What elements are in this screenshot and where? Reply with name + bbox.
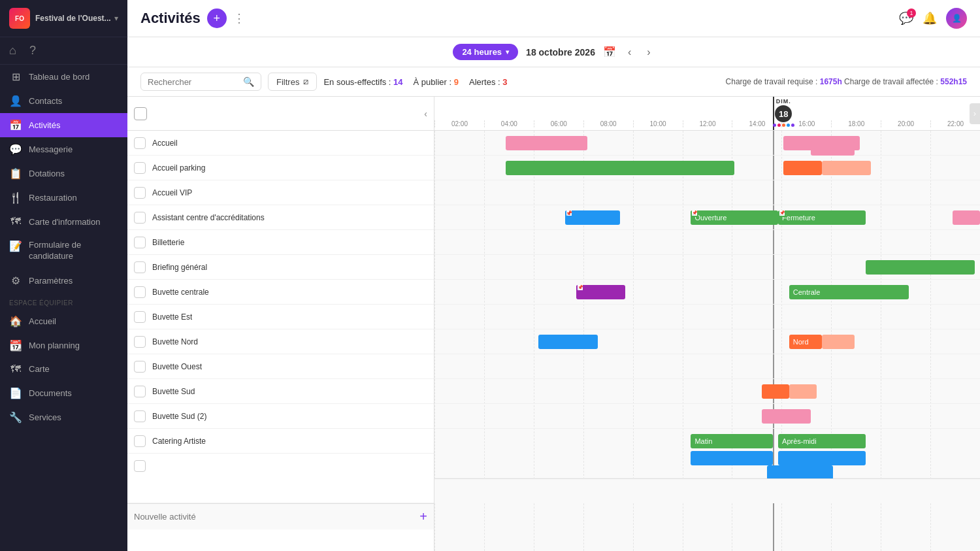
activity-checkbox[interactable] — [134, 187, 146, 199]
bar[interactable] — [506, 161, 735, 175]
gantt-row-billetterie — [434, 230, 980, 255]
services-icon: 🔧 — [9, 411, 22, 424]
sidebar-item-label: Carte — [29, 364, 50, 374]
activity-checkbox[interactable] — [134, 311, 146, 323]
date-display: 18 octobre 2026 — [526, 47, 595, 58]
bar[interactable] — [778, 451, 866, 465]
sidebar-item-dotations[interactable]: 📋 Dotations — [0, 161, 127, 186]
bar[interactable] — [789, 384, 817, 399]
sous-effectifs-value: 14 — [393, 77, 402, 87]
sidebar-item-planning[interactable]: 📆 Mon planning — [0, 333, 127, 358]
bar[interactable] — [762, 409, 811, 424]
search-input[interactable] — [148, 77, 239, 87]
planning-icon: 📆 — [9, 339, 22, 352]
sidebar-item-formulaire[interactable]: 📝 Formulaire de candidature — [0, 233, 127, 269]
sidebar-item-label: Accueil — [29, 316, 56, 326]
bar[interactable] — [822, 161, 871, 175]
sidebar-item-carte-info[interactable]: 🗺 Carte d'information — [0, 210, 127, 233]
next-date-button[interactable]: › — [643, 45, 654, 59]
gantt-row-catering: Matin Après-midi — [434, 429, 980, 478]
sidebar-item-documents[interactable]: 📄 Documents — [0, 381, 127, 405]
activity-checkbox[interactable] — [134, 336, 146, 348]
activity-checkbox[interactable] — [134, 286, 146, 298]
collapse-arrow-button[interactable]: ‹ — [424, 109, 427, 119]
sidebar-item-contacts[interactable]: 👤 Contacts — [0, 89, 127, 113]
activity-checkbox[interactable] — [134, 261, 146, 273]
bar[interactable] — [762, 384, 789, 399]
home-icon[interactable]: ⌂ — [9, 44, 16, 58]
filter-button[interactable]: Filtres ⧄ — [268, 73, 317, 91]
restauration-icon: 🍴 — [9, 192, 22, 204]
bar[interactable]: 📌 — [576, 285, 625, 299]
prev-date-button[interactable]: ‹ — [624, 45, 635, 59]
activites-icon: 📅 — [9, 119, 22, 131]
activity-checkbox[interactable] — [134, 212, 146, 224]
bell-icon[interactable]: 🔔 — [923, 11, 937, 25]
bar-centrale[interactable]: Centrale — [789, 285, 909, 299]
add-activity-button[interactable]: + — [207, 8, 227, 28]
bar[interactable] — [866, 260, 975, 275]
filter-icon: ⧄ — [303, 76, 308, 87]
bar[interactable] — [767, 465, 832, 480]
activity-checkbox[interactable] — [134, 386, 146, 397]
bar-pin: 📌 — [576, 285, 584, 292]
gantt-row-assistant: 📌 📌 Ouverture 📌 Fermeture — [434, 205, 980, 230]
sidebar-item-parametres[interactable]: ⚙ Paramètres — [0, 269, 127, 293]
sidebar-item-accueil-equipe[interactable]: 🏠 Accueil — [0, 309, 127, 333]
bar[interactable] — [953, 210, 980, 225]
calendar-icon[interactable]: 📅 — [603, 46, 616, 58]
bar-nord[interactable]: Nord — [789, 335, 822, 349]
select-all-checkbox[interactable] — [134, 107, 147, 120]
sidebar-item-messagerie[interactable]: 💬 Messagerie — [0, 137, 127, 161]
bar[interactable] — [691, 451, 772, 465]
sidebar-item-label: Dotations — [29, 169, 65, 178]
activity-checkbox[interactable] — [134, 361, 146, 373]
sidebar-header-left: FO Festival de l'Ouest... — [9, 8, 111, 29]
sidebar-item-activites[interactable]: 📅 Activités — [0, 113, 127, 137]
main-content: Activités + ⋮ 💬 1 🔔 👤 24 heures ▾ 18 oct… — [127, 0, 980, 551]
sidebar-item-services[interactable]: 🔧 Services — [0, 405, 127, 429]
add-new-activity-button[interactable]: + — [419, 509, 427, 524]
documents-icon: 📄 — [9, 387, 22, 399]
help-icon[interactable]: ? — [29, 44, 36, 58]
stats: En sous-effectifs : 14 À publier : 9 Ale… — [323, 77, 507, 87]
avatar[interactable]: 👤 — [946, 8, 967, 29]
activity-name: Buvette Sud — [152, 387, 195, 396]
bar[interactable] — [811, 141, 855, 156]
bar-apres-midi[interactable]: Après-midi — [778, 434, 866, 448]
bar[interactable] — [506, 136, 587, 150]
bar-matin[interactable]: Matin — [691, 434, 772, 448]
message-icon[interactable]: 💬 1 — [899, 11, 913, 25]
activity-row: Buvette Ouest — [127, 354, 434, 379]
bar[interactable] — [538, 335, 598, 349]
sidebar-item-restauration[interactable]: 🍴 Restauration — [0, 186, 127, 210]
gantt-row-buvette-sud — [434, 379, 980, 404]
new-activity-input[interactable] — [134, 512, 244, 522]
bar-fermeture[interactable]: 📌 Fermeture — [778, 210, 866, 225]
time-view-selector[interactable]: 24 heures ▾ — [453, 44, 518, 60]
bar[interactable] — [783, 161, 821, 175]
dot-3 — [782, 124, 785, 127]
workload-info: Charge de travail requise : 1675h Charge… — [726, 77, 967, 86]
activity-checkbox[interactable] — [134, 137, 146, 149]
equipe-nav: 🏠 Accueil 📆 Mon planning 🗺 Carte 📄 Docum… — [0, 309, 127, 429]
sidebar-item-carte[interactable]: 🗺 Carte — [0, 358, 127, 381]
current-day-marker: DIM. 18 — [773, 97, 794, 130]
activity-name: Accueil — [152, 139, 178, 148]
sidebar-collapse-icon[interactable]: ▾ — [114, 14, 118, 23]
bar-ouverture[interactable]: 📌 Ouverture — [691, 210, 778, 225]
activity-checkbox[interactable] — [134, 237, 146, 248]
activity-checkbox[interactable] — [134, 162, 146, 174]
gantt-new-activity-row — [434, 478, 980, 503]
gantt-row-accueil-vip — [434, 180, 980, 205]
sidebar-item-tableau[interactable]: ⊞ Tableau de bord — [0, 65, 127, 89]
bar[interactable]: 📌 — [565, 210, 620, 225]
current-day-label: DIM. — [776, 98, 791, 105]
activity-checkbox[interactable] — [134, 435, 146, 447]
expand-right-button[interactable]: › — [970, 103, 980, 124]
bar[interactable] — [822, 335, 855, 349]
publier: À publier : 9 — [414, 77, 459, 87]
more-options-button[interactable]: ⋮ — [233, 11, 245, 25]
activity-checkbox[interactable] — [134, 410, 146, 422]
activity-checkbox[interactable] — [134, 460, 146, 472]
